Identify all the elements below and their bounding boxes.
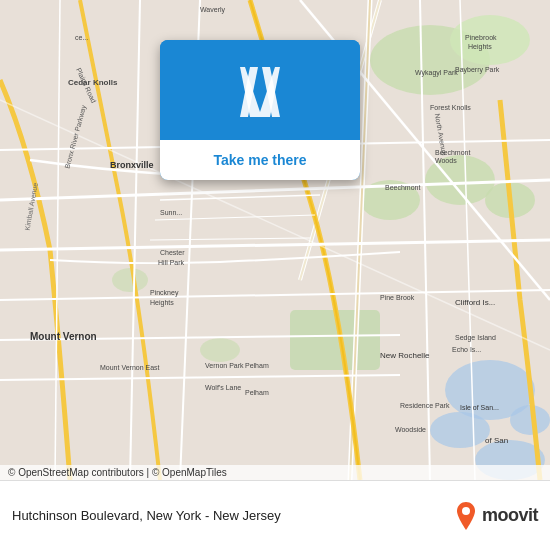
svg-text:Pinckney: Pinckney xyxy=(150,289,179,297)
svg-text:Pinebrook: Pinebrook xyxy=(465,34,497,41)
svg-text:Chester: Chester xyxy=(160,249,185,256)
svg-point-7 xyxy=(200,338,240,362)
svg-point-11 xyxy=(510,405,550,435)
attribution-bar: © OpenStreetMap contributors | © OpenMap… xyxy=(0,465,550,480)
svg-text:Beechmont: Beechmont xyxy=(385,184,420,191)
map-container[interactable]: Kimball Avenue Bronx River Parkway State… xyxy=(0,0,550,480)
moovit-pin-icon xyxy=(454,502,478,530)
svg-text:Woods: Woods xyxy=(435,157,457,164)
svg-text:Sedge Island: Sedge Island xyxy=(455,334,496,342)
svg-text:Sunn...: Sunn... xyxy=(160,209,182,216)
take-me-there-button[interactable]: Take me there xyxy=(160,140,360,180)
svg-point-8 xyxy=(112,268,148,292)
svg-text:Bronxville: Bronxville xyxy=(110,160,154,170)
svg-text:Vernon Park: Vernon Park xyxy=(205,362,244,369)
svg-text:Mount Vernon East: Mount Vernon East xyxy=(100,364,160,371)
svg-text:of San: of San xyxy=(485,436,508,445)
svg-text:Beechmont: Beechmont xyxy=(435,149,470,156)
svg-text:Isle of San...: Isle of San... xyxy=(460,404,499,411)
svg-text:Cedar Knolls: Cedar Knolls xyxy=(68,78,118,87)
location-label: Hutchinson Boulevard, New York - New Jer… xyxy=(12,508,442,523)
app: Kimball Avenue Bronx River Parkway State… xyxy=(0,0,550,550)
popup-card: Take me there xyxy=(160,40,360,180)
moovit-brand-text: moovit xyxy=(482,505,538,526)
svg-text:Heights: Heights xyxy=(468,43,492,51)
svg-text:Pine Brook: Pine Brook xyxy=(380,294,415,301)
svg-text:New Rochelle: New Rochelle xyxy=(380,351,430,360)
svg-text:Waverly: Waverly xyxy=(200,6,226,14)
svg-point-10 xyxy=(430,412,490,448)
svg-text:ce...: ce... xyxy=(75,34,88,41)
svg-text:Echo Is...: Echo Is... xyxy=(452,346,481,353)
svg-text:Pelham: Pelham xyxy=(245,362,269,369)
svg-text:Clifford Is...: Clifford Is... xyxy=(455,298,495,307)
svg-text:Hill Park: Hill Park xyxy=(158,259,185,266)
svg-point-75 xyxy=(462,507,470,515)
road-icon xyxy=(220,62,300,122)
svg-text:Heights: Heights xyxy=(150,299,174,307)
svg-text:Forest Knolls: Forest Knolls xyxy=(430,104,471,111)
attribution-text: © OpenStreetMap contributors | © OpenMap… xyxy=(8,467,227,478)
svg-text:Wolf's Lane: Wolf's Lane xyxy=(205,384,241,391)
svg-text:Wykagyl Park: Wykagyl Park xyxy=(415,69,458,77)
svg-text:Woodside: Woodside xyxy=(395,426,426,433)
svg-text:Residence Park: Residence Park xyxy=(400,402,450,409)
svg-text:Pelham: Pelham xyxy=(245,389,269,396)
moovit-logo: moovit xyxy=(454,502,538,530)
svg-text:Mount Vernon: Mount Vernon xyxy=(30,331,97,342)
bottom-bar: Hutchinson Boulevard, New York - New Jer… xyxy=(0,480,550,550)
popup-icon-area xyxy=(160,40,360,140)
svg-text:Bayberry Park: Bayberry Park xyxy=(455,66,500,74)
